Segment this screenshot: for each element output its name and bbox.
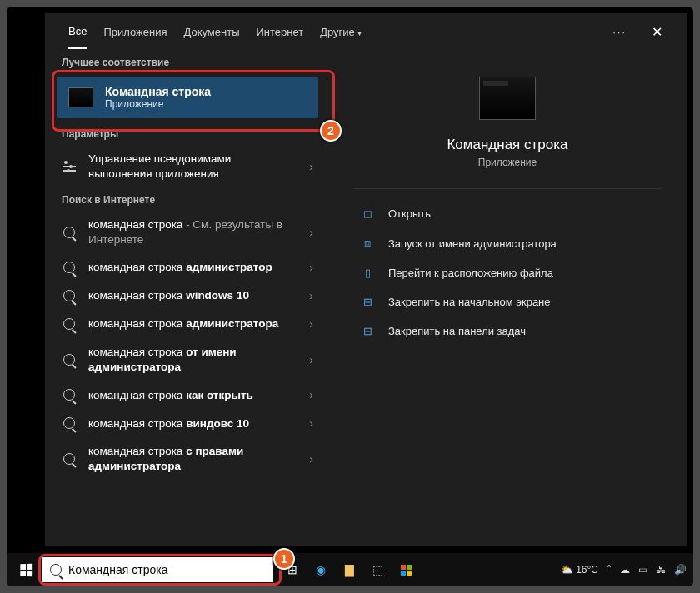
web-result[interactable]: командная строка windows 10› (45, 282, 328, 310)
section-best-match: Лучшее соответствие (45, 50, 328, 73)
action-file-location-label: Перейти к расположению файла (388, 267, 553, 279)
web-result-text: командная строка администратора (88, 316, 292, 331)
search-icon (62, 288, 77, 303)
web-result-text: командная строка от имени администратора (88, 345, 292, 374)
search-icon (62, 451, 77, 466)
tray-volume-icon[interactable]: 🔊 (674, 564, 687, 576)
search-icon (50, 564, 62, 576)
taskbar-app-explorer[interactable]: ▇ (337, 557, 362, 582)
chevron-right-icon: › (304, 452, 318, 466)
best-match-subtitle: Приложение (105, 98, 211, 110)
preview-title: Командная строка (447, 137, 568, 153)
web-result-text: командная строка windows 10 (88, 288, 292, 303)
web-result[interactable]: командная строка виндовс 10› (45, 409, 328, 437)
annotation-badge-1: 1 (273, 548, 295, 570)
preview-pane: Командная строка Приложение ◻ Открыть ⧈ … (328, 50, 687, 546)
search-icon (62, 416, 77, 431)
web-result[interactable]: командная строка администратор› (45, 253, 328, 282)
tab-apps[interactable]: Приложения (103, 16, 167, 48)
search-icon (62, 352, 77, 367)
web-result-text: командная строка как открыть (88, 388, 292, 403)
tab-more[interactable]: Другие (320, 16, 361, 48)
close-button[interactable]: ✕ (643, 18, 670, 45)
pin-taskbar-icon: ⊟ (360, 325, 375, 337)
search-input[interactable] (68, 563, 265, 576)
start-button[interactable] (13, 557, 38, 582)
web-result-text: командная строка администратор (88, 260, 292, 275)
search-panel: Все Приложения Документы Интернет Другие… (45, 13, 687, 546)
admin-icon: ⧈ (360, 237, 375, 250)
web-result[interactable]: командная строка от имени администратора… (45, 338, 328, 381)
more-options-icon[interactable]: ··· (612, 26, 627, 38)
taskbar: ⊞ ◉ ▇ ⬚ ⛅ 16°C ˄ ☁ ▭ 🖧 🔊 (7, 553, 693, 586)
web-result[interactable]: командная строка администратора› (45, 310, 328, 338)
web-result[interactable]: командная строка с правами администратор… (45, 437, 328, 480)
chevron-right-icon: › (304, 317, 318, 331)
chevron-right-icon: › (304, 388, 318, 401)
search-icon (62, 260, 77, 275)
divider (353, 188, 662, 189)
chevron-right-icon: › (304, 353, 318, 366)
best-match-result[interactable]: Командная строка Приложение (57, 77, 318, 118)
taskbar-search-box[interactable] (42, 557, 273, 582)
action-pin-to-taskbar[interactable]: ⊟ Закрепить на панели задач (353, 316, 662, 346)
action-run-admin-label: Запуск от имени администратора (388, 237, 557, 250)
action-open-file-location[interactable]: ▯ Перейти к расположению файла (353, 258, 662, 287)
settings-result-label: Управление псевдонимами выполнения прило… (88, 152, 292, 181)
settings-aliases-icon (62, 159, 77, 174)
action-pin-to-start[interactable]: ⊟ Закрепить на начальном экране (353, 287, 662, 316)
tab-internet[interactable]: Интернет (256, 16, 303, 48)
chevron-right-icon: › (304, 160, 318, 173)
web-result[interactable]: командная строка как открыть› (45, 381, 328, 409)
weather-icon: ⛅ (561, 564, 573, 576)
search-icon (62, 387, 77, 402)
pin-start-icon: ⊟ (360, 296, 375, 308)
tray-onedrive-icon[interactable]: ☁ (620, 564, 630, 576)
open-icon: ◻ (360, 207, 375, 220)
chevron-right-icon: › (304, 416, 318, 430)
system-tray: ⛅ 16°C ˄ ☁ ▭ 🖧 🔊 (561, 564, 687, 576)
tray-network-icon[interactable]: 🖧 (656, 564, 666, 576)
filter-tabs: Все Приложения Документы Интернет Другие… (45, 13, 687, 50)
weather-widget[interactable]: ⛅ 16°C (561, 564, 598, 576)
search-icon (62, 225, 77, 240)
cmd-icon (68, 87, 93, 107)
taskbar-app-ms[interactable] (393, 557, 418, 582)
web-result[interactable]: командная строка - См. результаты в Инте… (45, 211, 328, 253)
annotation-badge-2: 2 (320, 120, 342, 142)
preview-app-icon (479, 77, 536, 120)
action-open[interactable]: ◻ Открыть (353, 199, 662, 228)
search-icon (62, 316, 77, 331)
windows-logo-icon (20, 563, 32, 576)
tab-documents[interactable]: Документы (183, 16, 239, 48)
chevron-right-icon: › (304, 261, 318, 274)
tray-battery-icon[interactable]: ▭ (638, 564, 648, 576)
taskbar-app-store[interactable]: ⬚ (365, 557, 390, 582)
web-result-text: командная строка виндовс 10 (88, 416, 292, 431)
settings-result[interactable]: Управление псевдонимами выполнения прило… (45, 145, 328, 187)
action-run-as-admin[interactable]: ⧈ Запуск от имени администратора (353, 228, 662, 258)
chevron-right-icon: › (304, 226, 318, 239)
action-pin-start-label: Закрепить на начальном экране (388, 296, 551, 308)
chevron-right-icon: › (304, 289, 318, 302)
taskbar-app-edge[interactable]: ◉ (308, 557, 333, 582)
section-web-search: Поиск в Интернете (45, 187, 328, 211)
folder-icon: ▯ (360, 267, 375, 279)
section-settings: Параметры (45, 122, 328, 145)
tab-all[interactable]: Все (68, 15, 87, 49)
action-pin-taskbar-label: Закрепить на панели задач (388, 325, 526, 337)
results-list: Лучшее соответствие Командная строка При… (45, 50, 328, 546)
preview-subtitle: Приложение (478, 157, 537, 168)
tray-chevron-up-icon[interactable]: ˄ (607, 564, 612, 576)
web-result-text: командная строка с правами администратор… (88, 444, 292, 473)
weather-temp: 16°C (576, 564, 598, 576)
best-match-title: Командная строка (105, 85, 211, 98)
action-open-label: Открыть (388, 207, 431, 220)
web-result-text: командная строка - См. результаты в Инте… (88, 217, 292, 247)
